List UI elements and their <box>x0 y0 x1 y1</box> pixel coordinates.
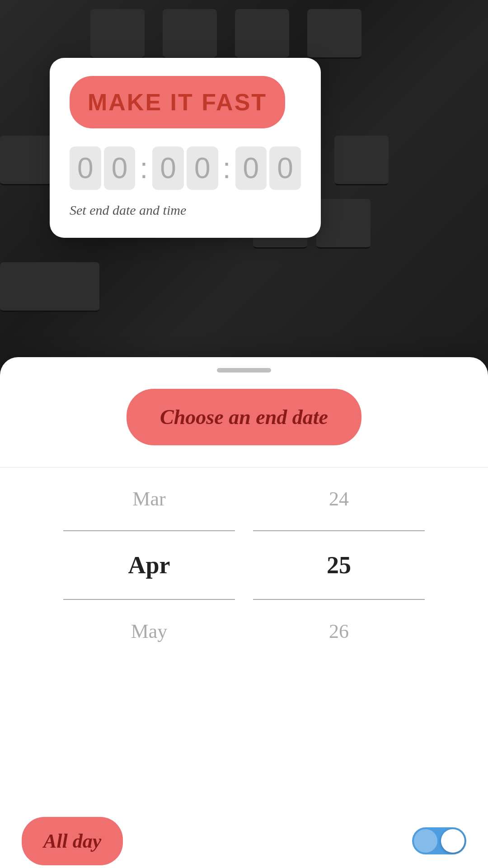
digit-box-2[interactable]: 0 <box>152 146 184 190</box>
drag-handle[interactable] <box>217 368 271 373</box>
key-f <box>334 136 389 185</box>
month-below: May <box>63 600 235 663</box>
all-day-label: All day <box>43 830 101 852</box>
digit-box-5[interactable]: 0 <box>269 146 301 190</box>
day-selected[interactable]: 25 <box>253 530 425 600</box>
make-it-fast-button[interactable]: MAKE IT FAST <box>70 76 285 128</box>
toggle-left-indicator <box>414 829 437 853</box>
digit-box-3[interactable]: 0 <box>187 146 218 190</box>
bottom-sheet: Choose an end date Mar Apr May 24 25 26 … <box>0 357 488 868</box>
all-day-bar: All day <box>0 814 488 868</box>
digit-box-1[interactable]: 0 <box>104 146 136 190</box>
month-picker-column[interactable]: Mar Apr May <box>54 467 244 663</box>
key-e <box>90 9 145 59</box>
toggle-knob <box>441 829 465 853</box>
day-above: 24 <box>253 467 425 530</box>
all-day-button[interactable]: All day <box>22 817 123 865</box>
month-above: Mar <box>63 467 235 530</box>
colon-1: : <box>140 151 148 185</box>
set-date-label: Set end date and time <box>70 203 301 218</box>
choose-end-date-label: Choose an end date <box>160 406 328 429</box>
key-alt <box>0 262 99 312</box>
key-b <box>316 199 371 249</box>
colon-2: : <box>223 151 231 185</box>
all-day-toggle[interactable] <box>412 827 466 854</box>
month-selected[interactable]: Apr <box>63 530 235 600</box>
digit-box-4[interactable]: 0 <box>235 146 267 190</box>
digit-box-0[interactable]: 0 <box>70 146 101 190</box>
timer-card: MAKE IT FAST 0 0 : 0 0 : 0 0 Set end dat… <box>50 58 321 238</box>
key-t <box>235 9 289 59</box>
key-r <box>163 9 217 59</box>
date-picker[interactable]: Mar Apr May 24 25 26 <box>0 467 488 663</box>
make-it-fast-label: MAKE IT FAST <box>88 89 267 115</box>
key-y <box>307 9 361 59</box>
choose-end-date-button[interactable]: Choose an end date <box>127 389 361 445</box>
day-below: 26 <box>253 600 425 663</box>
day-picker-column[interactable]: 24 25 26 <box>244 467 434 663</box>
timer-display: 0 0 : 0 0 : 0 0 <box>70 146 301 190</box>
